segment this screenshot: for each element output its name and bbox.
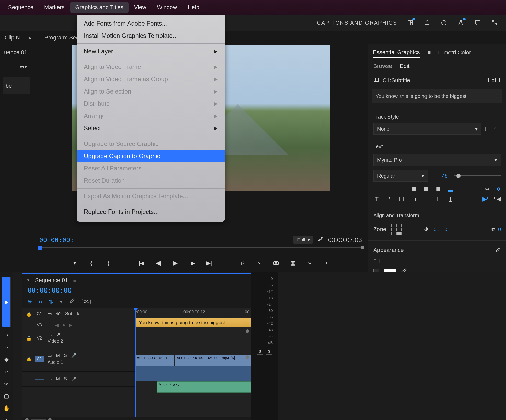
sequence-menu-icon[interactable]: ≡ xyxy=(73,277,77,284)
out-point-icon[interactable]: } xyxy=(104,259,112,267)
left-panel-tab[interactable]: Clip N xyxy=(0,31,25,44)
menu-item-replace-fonts-in-projects[interactable]: Replace Fonts in Projects... xyxy=(77,206,225,218)
menu-sequence[interactable]: Sequence xyxy=(3,2,39,13)
kerning-value[interactable]: 0 xyxy=(496,186,501,192)
italic-icon[interactable]: T xyxy=(386,196,393,202)
eye-icon[interactable]: 👁 xyxy=(55,311,62,317)
lock-icon[interactable]: 🔒 xyxy=(26,356,31,362)
subscript-icon[interactable]: T₁ xyxy=(435,196,442,202)
layer-name[interactable]: C1:Subtitle xyxy=(383,77,410,84)
slip-tool-icon[interactable]: |↔| xyxy=(2,367,11,376)
track-select-tool-icon[interactable]: ⇢ xyxy=(2,331,11,339)
appearance-settings-icon[interactable] xyxy=(495,247,501,254)
browser-sequence-item[interactable]: uence 01 xyxy=(2,47,31,58)
selection-tool-icon[interactable]: ▶ xyxy=(2,277,11,327)
play-icon[interactable]: ▶ xyxy=(171,259,179,267)
workspace-label[interactable]: CAPTIONS AND GRAPHICS xyxy=(317,20,397,26)
style-up-icon[interactable]: ↑ xyxy=(494,125,501,132)
zoom-out-handle[interactable] xyxy=(25,418,29,420)
export-icon[interactable] xyxy=(423,19,431,27)
timeline-tracks[interactable]: :00:00 00:00:00:12 00:00:01:00 You know,… xyxy=(135,308,251,417)
flask-icon[interactable] xyxy=(457,19,465,27)
style-down-icon[interactable]: ↓ xyxy=(484,125,491,132)
settings-wrench-icon[interactable] xyxy=(317,236,324,244)
align-center-icon[interactable]: ≡ xyxy=(386,186,393,192)
align-justify-icon[interactable]: ≣ xyxy=(410,186,417,192)
program-out-timecode[interactable]: 00:00:07:03 xyxy=(328,236,362,244)
align-justify-last-right-icon[interactable]: ≣ xyxy=(435,186,442,192)
pos-y[interactable]: 0 xyxy=(444,227,447,232)
in-point-icon[interactable]: { xyxy=(87,259,96,267)
menu-window[interactable]: Window xyxy=(152,2,182,13)
track-header-c1[interactable]: 🔒 C1 ▭ 👁 Subtitle xyxy=(22,308,135,320)
program-scrubber[interactable] xyxy=(38,247,363,254)
scale-value[interactable]: 0 xyxy=(498,227,501,232)
clip-a001-c037[interactable]: A001_C037_0921 xyxy=(135,355,174,366)
zoom-scrollbar[interactable] xyxy=(31,419,46,420)
panel-overflow-icon[interactable]: » xyxy=(25,31,36,44)
track-style-select[interactable]: None▾ xyxy=(373,123,481,135)
compare-icon[interactable]: ▦ xyxy=(289,259,297,267)
eye-icon[interactable]: 👁 xyxy=(56,332,62,338)
lock-icon[interactable]: 🔒 xyxy=(26,335,31,341)
underline-icon[interactable]: T xyxy=(447,196,454,202)
menu-item-upgrade-caption-to-graphic[interactable]: Upgrade Caption to Graphic xyxy=(77,150,225,162)
zone-grid[interactable] xyxy=(391,224,406,235)
align-right-icon[interactable]: ≡ xyxy=(398,186,405,192)
solo-button-left[interactable]: S xyxy=(257,349,263,355)
menu-view[interactable]: View xyxy=(129,2,151,13)
lift-icon[interactable]: ⎘ xyxy=(238,259,246,267)
pos-x[interactable]: 0 , xyxy=(434,227,439,232)
go-to-in-icon[interactable]: |◀ xyxy=(137,259,146,267)
rtl-icon[interactable]: ¶◀ xyxy=(494,196,501,202)
export-frame-icon[interactable] xyxy=(272,259,280,267)
align-baseline-icon[interactable]: ▂ xyxy=(447,186,454,192)
fullscreen-icon[interactable] xyxy=(491,19,498,27)
sequence-name[interactable]: Sequence 01 xyxy=(35,277,68,284)
snap-toggle-icon[interactable]: ✳ xyxy=(28,299,32,305)
superscript-icon[interactable]: T¹ xyxy=(422,196,430,202)
source-patch-icon[interactable]: ▭ xyxy=(48,332,52,338)
wrench-icon[interactable] xyxy=(69,298,75,305)
fill-swatch[interactable] xyxy=(384,269,396,272)
subtab-edit[interactable]: Edit xyxy=(400,63,409,71)
gauge-icon[interactable] xyxy=(440,19,448,27)
rectangle-tool-icon[interactable]: ▢ xyxy=(2,392,11,401)
smallcaps-icon[interactable]: Tᴛ xyxy=(410,196,417,202)
panel-menu-icon[interactable]: ••• xyxy=(2,58,31,76)
zoom-in-handle[interactable] xyxy=(48,418,52,420)
extract-icon[interactable]: ⎗ xyxy=(255,259,263,267)
font-select[interactable]: Myriad Pro▾ xyxy=(373,154,501,166)
align-justify-last-left-icon[interactable]: ≣ xyxy=(422,186,430,192)
add-button-icon[interactable]: + xyxy=(323,259,331,267)
mic-icon[interactable]: 🎤 xyxy=(71,376,77,382)
menu-graphics-and-titles[interactable]: Graphics and Titles xyxy=(70,2,129,13)
menu-item-install-motion-graphics-template[interactable]: Install Motion Graphics Template... xyxy=(77,30,225,42)
clip-audio-2[interactable]: Audio 2.wav xyxy=(157,381,251,393)
magnet-icon[interactable]: ∩ xyxy=(39,299,42,305)
fill-eyedropper-icon[interactable] xyxy=(400,268,407,272)
subtab-browse[interactable]: Browse xyxy=(373,63,392,71)
kerning-va-icon[interactable]: VA xyxy=(484,186,491,192)
track-header-v2[interactable]: 🔒 V2 ▭👁 Video 2 xyxy=(22,330,135,346)
linked-selection-icon[interactable]: ⇅ xyxy=(49,299,53,305)
scale-icon[interactable]: ⧉ xyxy=(491,226,496,233)
marker-add-icon[interactable]: ▾ xyxy=(71,259,79,267)
fill-checkbox[interactable] xyxy=(373,269,379,272)
allcaps-icon[interactable]: TT xyxy=(398,196,405,202)
solo-button-right[interactable]: S xyxy=(266,349,272,355)
type-tool-icon[interactable]: T xyxy=(2,416,11,420)
scrub-handle[interactable] xyxy=(38,246,42,250)
panel-menu-icon[interactable]: ≡ xyxy=(427,49,431,56)
position-move-icon[interactable]: ✥ xyxy=(424,226,429,233)
align-left-icon[interactable]: ≡ xyxy=(373,186,381,192)
track-header-a2[interactable]: ▭MS🎤 xyxy=(22,372,135,387)
hand-tool-icon[interactable]: ✋ xyxy=(2,404,11,413)
timeline-timecode[interactable]: 00:00:00:00 xyxy=(22,287,251,296)
mic-icon[interactable]: 🎤 xyxy=(71,353,77,358)
browser-thumbnail[interactable]: be xyxy=(3,77,30,94)
workspace-icon[interactable] xyxy=(406,19,414,27)
pen-tool-icon[interactable]: ✑ xyxy=(2,380,11,388)
close-sequence-icon[interactable]: × xyxy=(27,277,30,284)
ripple-tool-icon[interactable]: ↔ xyxy=(2,343,11,352)
